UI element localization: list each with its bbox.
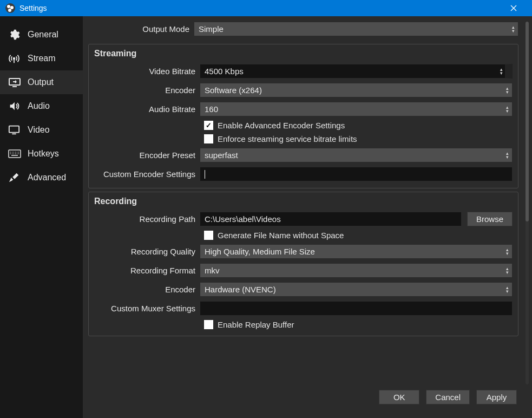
recording-title: Recording (94, 197, 513, 206)
video-bitrate-input[interactable]: 4500 Kbps ▴▾ (200, 64, 513, 79)
recording-quality-select[interactable]: High Quality, Medium File Size ▴▾ (200, 244, 513, 259)
sidebar-item-general[interactable]: General (0, 23, 83, 47)
svg-point-3 (8, 9, 11, 12)
chevron-updown-icon: ▴▾ (506, 106, 509, 113)
gear-icon (8, 29, 22, 41)
audio-bitrate-label: Audio Bitrate (94, 104, 200, 114)
monitor-icon (8, 125, 22, 135)
streaming-encoder-select[interactable]: Software (x264) ▴▾ (200, 83, 513, 97)
custom-muxer-label: Custom Muxer Settings (94, 304, 200, 313)
svg-rect-6 (9, 126, 19, 133)
monitor-out-icon (8, 77, 22, 88)
sidebar: General Stream Output Audio Video (0, 16, 83, 390)
apply-button[interactable]: Apply (476, 390, 517, 404)
sidebar-item-label: Output (28, 77, 54, 87)
tools-icon (8, 172, 22, 184)
cancel-button[interactable]: Cancel (426, 390, 470, 404)
scrollbar[interactable] (526, 22, 529, 384)
spinner-icon[interactable]: ▴▾ (500, 68, 503, 75)
antenna-icon (8, 53, 22, 64)
encoder-preset-select[interactable]: superfast ▴▾ (200, 148, 513, 162)
filename-no-space-checkbox[interactable] (204, 231, 213, 240)
streaming-group: Streaming Video Bitrate 4500 Kbps ▴▾ Enc… (88, 44, 518, 188)
audio-bitrate-select[interactable]: 160 ▴▾ (200, 102, 513, 116)
recording-format-select[interactable]: mkv ▴▾ (200, 263, 513, 278)
sidebar-item-video[interactable]: Video (0, 118, 83, 142)
streaming-title: Streaming (94, 49, 513, 58)
window-title: Settings (19, 4, 510, 12)
content-area: Output Mode Simple ▴▾ Streaming Video Bi… (83, 16, 532, 390)
recording-format-label: Recording Format (94, 266, 200, 275)
enforce-limits-label: Enforce streaming service bitrate limits (218, 134, 357, 143)
custom-encoder-label: Custom Encoder Settings (94, 169, 200, 179)
sidebar-item-hotkeys[interactable]: Hotkeys (0, 142, 83, 166)
recording-path-input[interactable]: C:\Users\abel\Videos (200, 212, 462, 226)
chevron-updown-icon: ▴▾ (512, 25, 515, 33)
svg-point-2 (10, 6, 14, 9)
output-mode-label: Output Mode (88, 24, 194, 34)
sidebar-item-advanced[interactable]: Advanced (0, 166, 83, 190)
replay-buffer-label: Enable Replay Buffer (218, 320, 294, 329)
replay-buffer-checkbox[interactable] (204, 320, 213, 329)
chevron-updown-icon: ▴▾ (506, 152, 509, 159)
sidebar-item-label: Hotkeys (28, 149, 59, 159)
filename-no-space-label: Generate File Name without Space (218, 231, 344, 240)
recording-encoder-select[interactable]: Hardware (NVENC) ▴▾ (200, 282, 513, 297)
sidebar-item-output[interactable]: Output (0, 70, 83, 94)
sidebar-item-label: Audio (28, 101, 50, 111)
chevron-updown-icon: ▴▾ (506, 248, 509, 256)
output-mode-select[interactable]: Simple ▴▾ (194, 22, 518, 36)
chevron-updown-icon: ▴▾ (506, 286, 509, 293)
sidebar-item-label: General (28, 30, 58, 40)
speaker-icon (8, 100, 22, 112)
chevron-updown-icon: ▴▾ (506, 267, 509, 275)
sidebar-item-stream[interactable]: Stream (0, 47, 83, 70)
sidebar-item-label: Advanced (28, 173, 66, 182)
enable-advanced-checkbox[interactable] (204, 121, 213, 130)
sidebar-item-label: Stream (28, 54, 56, 63)
recording-encoder-label: Encoder (94, 285, 200, 294)
recording-quality-label: Recording Quality (94, 247, 200, 256)
browse-button[interactable]: Browse (467, 212, 513, 226)
encoder-preset-label: Encoder Preset (94, 151, 200, 160)
encoder-label: Encoder (94, 86, 200, 95)
sidebar-item-audio[interactable]: Audio (0, 94, 83, 118)
enforce-limits-checkbox[interactable] (204, 134, 213, 143)
recording-group: Recording Recording Path C:\Users\abel\V… (88, 192, 518, 336)
recording-path-label: Recording Path (94, 214, 200, 224)
bottom-bar: OK Cancel Apply (0, 390, 532, 418)
keyboard-icon (8, 149, 22, 158)
close-icon[interactable] (510, 5, 527, 11)
custom-encoder-input[interactable] (200, 167, 513, 181)
sidebar-item-label: Video (28, 125, 50, 135)
ok-button[interactable]: OK (379, 390, 419, 404)
custom-muxer-input[interactable] (200, 301, 513, 316)
app-icon (5, 3, 15, 13)
title-bar: Settings (0, 0, 532, 16)
svg-point-1 (7, 5, 10, 8)
video-bitrate-label: Video Bitrate (94, 67, 200, 76)
chevron-updown-icon: ▴▾ (506, 87, 509, 94)
enable-advanced-label: Enable Advanced Encoder Settings (218, 121, 345, 130)
